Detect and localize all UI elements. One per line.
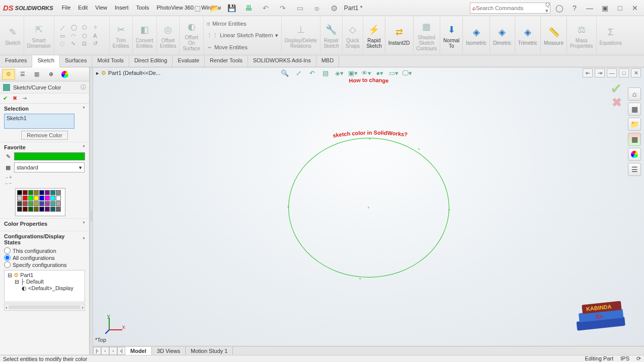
search-input[interactable] <box>476 5 545 11</box>
tab-model[interactable]: Model <box>125 347 152 355</box>
dimxpert-icon[interactable]: ⊕ <box>44 69 57 80</box>
swatch[interactable] <box>34 207 39 212</box>
ribbon-line-tools[interactable]: ／◯⬡✧ ▭◠⬠A ◌∿⊡↺ <box>54 17 110 54</box>
swatch[interactable] <box>56 201 61 206</box>
new-icon[interactable]: ▢ <box>191 2 203 14</box>
selection-list[interactable]: Sketch1 <box>4 114 74 129</box>
help-icon[interactable]: ? <box>569 3 581 14</box>
ok-icon[interactable]: ✔ <box>3 95 8 102</box>
pushpin-icon[interactable]: ⇥ <box>22 95 27 102</box>
swatch[interactable] <box>34 196 39 201</box>
confirm-corner-ok-icon[interactable]: ✔ <box>610 80 622 97</box>
ribbon-snaps[interactable]: ◇QuickSnaps <box>343 17 363 54</box>
swatch[interactable] <box>56 207 61 212</box>
confirm-corner-cancel-icon[interactable]: ✖ <box>612 96 622 110</box>
tab-features[interactable]: Features <box>0 55 32 67</box>
swatch[interactable] <box>23 196 28 201</box>
tab-render[interactable]: Render Tools <box>205 55 248 67</box>
swatch[interactable] <box>28 207 33 212</box>
tab-sketch[interactable]: Sketch <box>32 55 60 67</box>
swatch[interactable] <box>39 190 44 195</box>
swatch[interactable] <box>45 190 50 195</box>
view-palette-icon[interactable]: ▦ <box>628 133 641 146</box>
restore-icon[interactable]: ▣ <box>599 3 611 14</box>
tab-motion[interactable]: Motion Study 1 <box>186 347 233 355</box>
ribbon-mass[interactable]: ⚖MassProperties <box>567 17 597 54</box>
ribbon-dimetric[interactable]: ◈Dimetric <box>490 17 515 54</box>
tab-evaluate[interactable]: Evaluate <box>173 55 205 67</box>
ribbon-offset[interactable]: ◎OffsetEntities <box>157 17 180 54</box>
config-manager-icon[interactable]: ▥ <box>30 69 43 80</box>
tab-3dviews[interactable]: 3D Views <box>152 347 186 355</box>
config-tree[interactable]: ⊟ ⚙ Part1 ⊟ ├ Default ◐ <Default>_Displa… <box>4 270 85 302</box>
swatch[interactable] <box>39 201 44 206</box>
swatch[interactable] <box>45 207 50 212</box>
swatch[interactable] <box>17 207 22 212</box>
crayon-icon[interactable]: ✎ <box>4 153 12 160</box>
tab-mold[interactable]: Mold Tools <box>92 55 129 67</box>
radio-specify-config[interactable]: Specify configurations <box>4 261 85 268</box>
remove-color-icon[interactable]: ←− <box>4 180 85 186</box>
menu-tools[interactable]: Tools <box>133 3 153 13</box>
breadcrumb-expand-icon[interactable]: ▸ <box>96 70 99 76</box>
ribbon-trim[interactable]: ✂TrimEntities <box>110 17 133 54</box>
splitter[interactable] <box>90 67 93 355</box>
radio-this-config[interactable]: This configuration <box>4 247 85 254</box>
swatch[interactable] <box>23 201 28 206</box>
tab-mbd[interactable]: MBD <box>316 55 339 67</box>
undo-icon[interactable]: ↶ <box>260 2 272 14</box>
ribbon-shaded[interactable]: ▦ShadedSketchContours <box>414 17 441 54</box>
swatch[interactable] <box>34 201 39 206</box>
ribbon-isometric[interactable]: ◈Isometric <box>463 17 490 54</box>
section-color-properties[interactable]: Color Properties˅ <box>0 219 89 231</box>
ribbon-offset-surface[interactable]: ◐OffsetOnSurface <box>180 17 203 54</box>
ribbon-trimetric[interactable]: ◈Trimetric <box>515 17 541 54</box>
status-units[interactable]: IPS <box>620 355 629 362</box>
custom-props-icon[interactable]: ☰ <box>628 163 641 176</box>
status-rebuild-icon[interactable]: ⟳ <box>636 355 641 362</box>
menu-view[interactable]: View <box>92 3 111 13</box>
swatch[interactable] <box>28 190 33 195</box>
ribbon-equations[interactable]: ΣEquations <box>597 17 625 54</box>
swatch[interactable] <box>56 190 61 195</box>
swatch[interactable] <box>28 201 33 206</box>
search-dropdown-icon[interactable]: Q ▾ <box>545 2 550 14</box>
palette-icon[interactable]: ▦ <box>4 164 12 171</box>
swatch[interactable] <box>23 207 28 212</box>
select-icon[interactable]: ▭ <box>294 2 306 14</box>
maximize-icon[interactable]: □ <box>614 3 626 14</box>
ribbon-measure[interactable]: 📏Measure <box>541 17 567 54</box>
rebuild-icon[interactable]: ⎄ <box>311 2 323 14</box>
ribbon-normal-to[interactable]: ⬇NormalTo <box>440 17 463 54</box>
swatch[interactable] <box>34 190 39 195</box>
add-color-icon[interactable]: →+ <box>4 174 85 180</box>
ribbon-instant2d[interactable]: ⇄Instant2D <box>385 17 414 54</box>
sketch-circle[interactable]: + + + + + + <box>288 138 449 278</box>
chevron-up-icon[interactable]: ˄ <box>83 106 85 112</box>
color-standard-select[interactable]: standard▾ <box>14 162 85 172</box>
ribbon-pattern-tools[interactable]: ⎅Mirror Entities ⋮⋮Linear Sketch Pattern… <box>204 17 282 54</box>
menu-file[interactable]: File <box>58 3 74 13</box>
ribbon-sketch[interactable]: ✎Sketch <box>2 17 24 54</box>
tab-surfaces[interactable]: Surfaces <box>60 55 92 67</box>
swatch[interactable] <box>45 201 50 206</box>
swatch[interactable] <box>50 201 55 206</box>
library-icon[interactable]: 📁 <box>628 118 641 131</box>
swatch[interactable] <box>17 190 22 195</box>
vp-min-icon[interactable]: — <box>607 68 617 77</box>
vp-close-icon[interactable]: ✕ <box>631 68 641 77</box>
redo-icon[interactable]: ↷ <box>277 2 289 14</box>
cancel-icon[interactable]: ✖ <box>13 95 17 102</box>
radio-all-config[interactable]: All configurations <box>4 254 85 261</box>
swatch[interactable] <box>50 190 55 195</box>
property-manager-icon[interactable]: ☰ <box>16 69 29 80</box>
remove-color-button[interactable]: Remove Color <box>21 131 67 140</box>
ribbon-convert[interactable]: ◧ConvertEntities <box>133 17 157 54</box>
current-color-swatch[interactable] <box>14 152 85 160</box>
ribbon-rapid-sketch[interactable]: ⚡RapidSketch <box>363 17 385 54</box>
swatch[interactable] <box>17 201 22 206</box>
tab-addins[interactable]: SOLIDWORKS Add-Ins <box>248 55 316 67</box>
save-icon[interactable]: 💾 <box>225 2 237 14</box>
swatch[interactable] <box>23 190 28 195</box>
chevron-up-icon[interactable]: ˄ <box>83 145 85 150</box>
